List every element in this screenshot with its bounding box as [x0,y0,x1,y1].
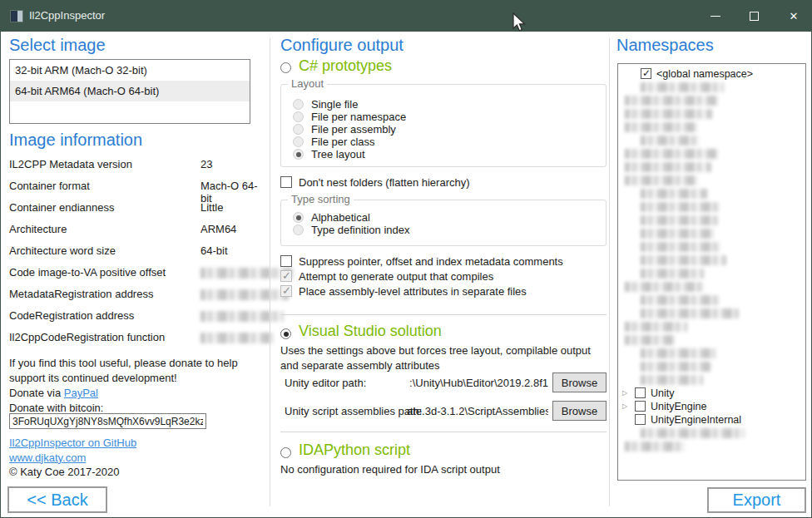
namespace-checkbox[interactable] [635,401,646,412]
info-row: Code image-to-VA positive offset [9,266,259,283]
expander-icon[interactable]: ▷ [622,402,627,410]
expander-icon[interactable]: ▷ [622,389,627,397]
radio-option-label: Type definition index [311,224,410,236]
redacted-namespace-row[interactable] [618,147,805,160]
redacted-namespace-row[interactable] [618,240,805,254]
section-divider-1 [280,314,607,315]
visual-studio-radio[interactable] [280,328,291,339]
bitcoin-address-input[interactable] [9,413,206,429]
namespace-label: UnityEngineInternal [651,414,741,426]
maximize-button[interactable] [735,1,774,32]
paypal-link[interactable]: PayPal [64,387,98,399]
radio-option-label: File per class [311,136,375,148]
redacted-namespace-row[interactable] [618,307,805,320]
suppress-comments-checkbox[interactable] [280,255,292,267]
image-list-item[interactable]: 64-bit ARM64 (Mach-O 64-bit) [10,81,250,101]
info-label: Il2CppCodeRegistration function [9,331,165,343]
redacted-namespace-row[interactable] [618,347,805,360]
radio-button[interactable] [293,212,304,223]
back-button[interactable]: << Back [7,486,107,513]
info-label: Architecture [9,223,67,235]
redacted-namespace-row[interactable] [618,107,805,121]
namespace-row[interactable]: <global namespace> [618,67,805,81]
redacted-namespace-row[interactable] [618,174,805,187]
redacted-namespace-row[interactable] [618,440,805,453]
redacted-namespace-row[interactable] [618,227,805,240]
app-icon [10,10,23,22]
redacted-namespace [641,295,720,305]
info-label: Container format [9,180,90,192]
website-link[interactable]: www.djkaty.com [9,451,86,464]
redacted-namespace-row[interactable] [618,427,805,440]
namespaces-list[interactable]: <global namespace>▷Unity▷UnityEngineUnit… [617,63,806,481]
radio-button[interactable] [293,111,304,122]
browse-editor-button[interactable]: Browse [552,372,607,392]
redacted-namespace-row[interactable] [618,200,805,214]
info-value: 23 [201,158,212,170]
redacted-namespace [641,375,703,385]
info-row: IL2CPP Metadata version23 [9,158,259,175]
github-link[interactable]: Il2CppInspector on GitHub [9,437,136,449]
radio-button[interactable] [293,99,304,110]
info-label: MetadataRegistration address [9,288,153,300]
close-button[interactable]: ✕ [775,1,812,32]
redacted-namespace [625,322,687,332]
unity-script-path-value[interactable]: ate.3d-3.1.2\ScriptAssemblies [407,405,548,417]
redacted-namespace-row[interactable] [618,94,805,107]
attempt-compile-checkbox[interactable] [280,270,292,282]
redacted-namespace [641,215,719,225]
redacted-namespace-row[interactable] [618,187,805,200]
namespace-row[interactable]: UnityEngineInternal [618,413,805,427]
flatten-hierarchy-checkbox[interactable] [280,176,292,188]
redacted-namespace-row[interactable] [618,214,805,227]
redacted-namespace-row[interactable] [618,81,805,94]
radio-option-label: Tree layout [311,148,365,160]
namespace-checkbox[interactable] [635,387,646,398]
image-list-item[interactable]: 32-bit ARM (Mach-O 32-bit) [10,60,250,81]
redacted-namespace-row[interactable] [618,254,805,267]
redacted-namespace [641,202,720,212]
visual-studio-label: Visual Studio solution [299,323,442,340]
redacted-namespace-row[interactable] [618,294,805,307]
radio-button[interactable] [293,124,304,135]
redacted-namespace-row[interactable] [618,280,805,294]
image-listbox[interactable]: 32-bit ARM (Mach-O 32-bit)64-bit ARM64 (… [9,59,250,124]
radio-button[interactable] [293,224,304,235]
export-button[interactable]: Export [707,487,806,513]
redacted-namespace-row[interactable] [618,160,805,174]
namespace-row[interactable]: ▷UnityEngine [618,400,805,413]
copyright-text: © Katy Coe 2017-2020 [9,466,119,478]
namespace-checkbox[interactable] [641,68,651,79]
browse-script-button[interactable]: Browse [552,401,607,421]
namespace-label: Unity [651,387,674,399]
radio-button[interactable] [293,136,304,147]
radio-option-label: File per assembly [311,123,396,136]
redacted-namespace-row[interactable] [618,373,805,387]
minimize-button[interactable] [696,1,735,32]
redacted-namespace-row[interactable] [618,333,805,347]
info-label: Code image-to-VA positive offset [9,266,166,279]
radio-button[interactable] [293,149,304,160]
csharp-prototypes-radio[interactable] [280,62,291,73]
namespaces-heading: Namespaces [616,36,714,55]
namespace-row[interactable]: ▷Unity [618,387,805,400]
redacted-namespace-row[interactable] [618,320,805,333]
unity-script-path-label: Unity script assemblies path: [285,405,422,417]
separate-attributes-checkbox[interactable] [280,285,292,297]
redacted-namespace-row[interactable] [618,134,805,147]
namespace-checkbox[interactable] [635,414,646,425]
redacted-namespace-row[interactable] [618,267,805,280]
redacted-namespace [625,442,685,451]
namespace-label: <global namespace> [656,68,753,80]
redacted-value [201,311,284,322]
redacted-namespace [641,136,699,146]
redacted-namespace-row[interactable] [618,360,805,373]
redacted-namespace [641,255,726,265]
flatten-hierarchy-label: Don't nest folders (flatten hierarchy) [299,176,470,189]
unity-editor-path-value[interactable]: :\Unity\Hub\Editor\2019.2.8f1 [407,377,548,389]
middle-right-divider [609,38,610,506]
idapython-radio[interactable] [280,447,291,458]
redacted-namespace [641,348,715,358]
close-icon: ✕ [775,9,812,23]
redacted-namespace-row[interactable] [618,121,805,134]
